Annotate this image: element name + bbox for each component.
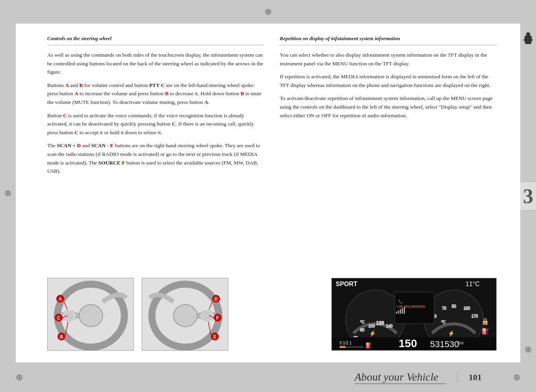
label-A: A	[65, 82, 69, 88]
right-divider	[280, 45, 497, 45]
svg-text:80: 80	[360, 328, 365, 332]
svg-point-5	[65, 312, 74, 319]
svg-rect-58	[404, 307, 405, 314]
images-row: A C B	[47, 278, 497, 351]
ferrari-logo	[522, 31, 534, 48]
left-para-1: As well as using the commands on both si…	[47, 51, 264, 76]
bottom-bar: ⊕ About your Vehicle │ 101 ⊕	[0, 362, 536, 392]
svg-text:50: 50	[452, 304, 457, 309]
svg-text:100: 100	[368, 324, 375, 328]
main-content: Controls on the steering wheel As well a…	[16, 24, 520, 362]
svg-text:⚡: ⚡	[448, 330, 455, 337]
label-C3: C	[74, 129, 78, 135]
svg-text:F: F	[216, 315, 219, 321]
svg-text:C: C	[57, 315, 61, 321]
label-SOURCE: SOURCE	[98, 160, 120, 166]
chapter-number: 3	[520, 182, 536, 210]
steering-wheel-left-image: A C B	[47, 278, 134, 351]
footer-page-number: 101	[469, 372, 482, 383]
svg-text:A: A	[59, 296, 62, 302]
left-bar: ⊕	[0, 24, 16, 362]
right-para-3: To activate/deactivate repetition of inf…	[280, 94, 497, 120]
svg-text:°C: °C	[441, 320, 445, 324]
label-B2: B	[165, 91, 168, 96]
svg-rect-56	[400, 309, 401, 314]
instrument-cluster-image: SPORT 11°C 60 80 100 120 140 °C	[331, 278, 497, 351]
svg-text:SPORT: SPORT	[336, 281, 357, 287]
svg-text:531530: 531530	[430, 339, 459, 349]
bottom-crosshair-right: ⊕	[513, 372, 520, 383]
right-para-1: You can select whether to also display i…	[280, 51, 497, 68]
label-C-ptt: C	[161, 82, 165, 88]
label-A3: A	[204, 99, 208, 105]
svg-text:11°C: 11°C	[466, 281, 480, 287]
svg-point-2	[79, 305, 103, 327]
two-column-layout: Controls on the steering wheel As well a…	[47, 35, 497, 270]
left-para-2: Buttons A and B for volume control and b…	[47, 81, 264, 107]
right-crosshair-icon: ⊕	[525, 344, 532, 355]
svg-text:°C: °C	[360, 320, 364, 324]
svg-text:150: 150	[464, 306, 470, 311]
svg-text:📞: 📞	[398, 299, 403, 304]
label-PTT: PTT	[149, 82, 159, 88]
label-F: F	[122, 160, 125, 166]
right-section-title: Repetition on display of infotainment sy…	[280, 35, 497, 42]
left-column: Controls on the steering wheel As well a…	[47, 35, 264, 270]
label-SCAN-PLUS: SCAN +	[57, 142, 76, 148]
right-column: Repetition on display of infotainment sy…	[280, 35, 497, 270]
label-B3: B	[240, 91, 244, 96]
label-C: C	[63, 113, 67, 118]
label-D: D	[77, 142, 81, 148]
left-para-4: The SCAN + D and SCAN - E buttons are on…	[47, 141, 264, 175]
svg-rect-57	[402, 308, 403, 314]
top-bar: ⊕	[0, 0, 536, 24]
right-para-2: If repetition is activated, the MEDIA in…	[280, 72, 497, 89]
svg-point-21	[202, 312, 212, 319]
label-B: B	[79, 82, 83, 88]
label-SCAN-MINUS: SCAN -	[91, 142, 109, 148]
label-C2: C	[172, 121, 176, 127]
svg-text:170: 170	[471, 314, 478, 318]
svg-text:Km: Km	[458, 341, 464, 345]
right-bar: 3 ⊕	[520, 24, 536, 362]
svg-point-18	[174, 305, 197, 327]
svg-text:⚡: ⚡	[369, 330, 376, 337]
svg-rect-55	[398, 311, 399, 314]
left-section-title: Controls on the steering wheel	[47, 35, 264, 42]
top-crosshair-icon: ⊕	[264, 7, 272, 17]
bottom-crosshair-left: ⊕	[16, 372, 23, 383]
svg-text:150: 150	[399, 337, 417, 349]
svg-text:120: 120	[376, 320, 384, 326]
svg-text:⛽: ⛽	[481, 327, 489, 335]
svg-text:70: 70	[442, 306, 447, 311]
left-para-3: Button C is used to activate the voice c…	[47, 111, 264, 137]
svg-text:B: B	[60, 334, 63, 340]
svg-text:D: D	[214, 296, 218, 302]
footer-about-vehicle-title: About your Vehicle	[355, 371, 446, 384]
svg-text:🔒: 🔒	[481, 318, 489, 325]
left-crosshair-icon: ⊕	[4, 188, 11, 198]
left-divider	[47, 45, 264, 45]
svg-text:+39 08119695595: +39 08119695595	[397, 305, 425, 309]
svg-text:0  1/2  1: 0 1/2 1	[340, 341, 352, 345]
svg-rect-54	[396, 312, 397, 314]
svg-text:E: E	[213, 334, 216, 340]
footer-divider: │	[454, 372, 461, 383]
label-A2: A	[74, 91, 78, 96]
label-E: E	[110, 142, 114, 148]
steering-wheel-right-image: D F E	[142, 278, 228, 351]
svg-text:⛽: ⛽	[365, 342, 372, 349]
svg-text:140: 140	[386, 324, 393, 328]
svg-rect-65	[340, 346, 346, 348]
